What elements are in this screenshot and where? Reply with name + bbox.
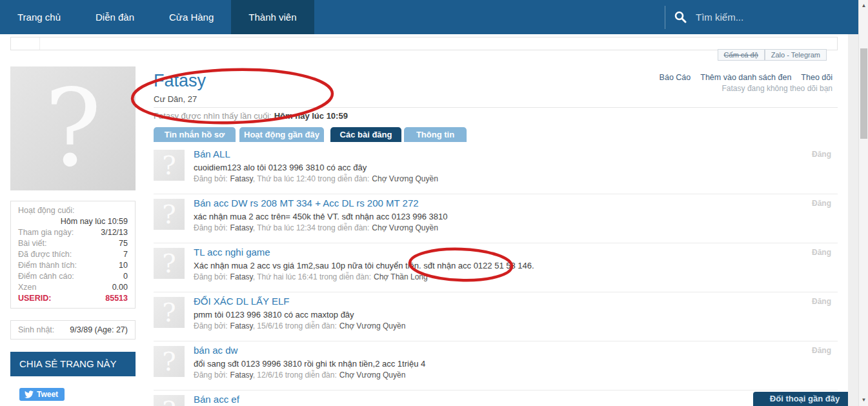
scrollbar-thumb[interactable] [860, 48, 867, 139]
post-forum-link[interactable]: Chợ Vương Quyền [339, 321, 406, 330]
scroll-up-icon[interactable]: ▲ [859, 1, 868, 10]
share-page-header: CHIA SẺ TRANG NÀY [10, 352, 136, 376]
stat-label: Xzen [18, 282, 37, 293]
post-author-avatar: ? [154, 248, 185, 279]
stat-value: 0 [123, 271, 128, 282]
page: Trang chủ Diễn đàn Cửa Hàng Thành viên C… [0, 0, 868, 406]
posts-list: ? Bán ALL cuoidiem123 alo tôi 0123 996 3… [154, 145, 838, 406]
stat-label: Đã được thích: [18, 249, 72, 260]
tab-profile-posts[interactable]: Tin nhắn hồ sơ [154, 127, 236, 142]
post-row: ? TL acc nghi game Xác nhận mua 2 acc vs… [154, 243, 838, 292]
stat-label: Điểm cảnh cáo: [18, 271, 74, 282]
profile-username: Fatasy [154, 71, 206, 91]
post-meta-text: , Thứ hai lúc 16:41 trong diễn đàn: [253, 272, 371, 281]
post-row: ? Bán ALL cuoidiem123 alo tôi 0123 996 3… [154, 145, 838, 194]
post-title-link[interactable]: Bán ALL [194, 148, 230, 159]
post-forum-link[interactable]: Chợ Vương Quyền [372, 174, 438, 183]
stats-box: Hoạt động cuối: Hôm nay lúc 10:59 Tham g… [10, 201, 136, 309]
post-type-label: Đăng [812, 248, 831, 257]
tab-information[interactable]: Thông tin [404, 127, 467, 142]
stat-last-activity: Hoạt động cuối: Hôm nay lúc 10:59 [18, 205, 128, 227]
post-author-avatar: ? [154, 346, 185, 377]
scrollbar[interactable]: ▲ ▼ [858, 0, 868, 406]
tweet-button[interactable]: Tweet [19, 388, 65, 401]
post-type-label: Đăng [812, 150, 831, 159]
post-author-link[interactable]: Fatasy [230, 223, 253, 232]
birthday-value: 9/3/89 (Age: 27) [70, 325, 128, 334]
nav-item-shop[interactable]: Cửa Hàng [152, 0, 231, 34]
stat-value: 3/12/13 [101, 227, 128, 238]
notice-strip [10, 37, 838, 50]
post-forum-link[interactable]: Chợ Vương Quyền [339, 370, 406, 380]
stat-messages: Bài viết: 75 [18, 238, 128, 249]
post-title-link[interactable]: Bán acc ef [194, 394, 239, 405]
nav-item-home[interactable]: Trang chủ [0, 0, 78, 34]
post-meta-text: , Thứ ba lúc 12:34 trong diễn đàn: [253, 223, 370, 232]
posted-by-label: Đăng bởi: [194, 223, 228, 232]
stat-label: Hoạt động cuối: [18, 205, 128, 216]
add-to-blacklist-link[interactable]: Thêm vào danh sách đen [700, 73, 791, 82]
stat-value: 10 [119, 260, 128, 271]
post-author-link[interactable]: Fatasy [230, 272, 253, 281]
search-input[interactable] [694, 11, 839, 23]
stat-joined: Tham gia ngày: 3/12/13 [18, 227, 128, 238]
profile-tabs: Tin nhắn hồ sơ Hoạt động gần đây Các bài… [154, 127, 467, 142]
post-byline: Đăng bởi:Fatasy, 12/6/16 trong diễn đàn:… [194, 370, 405, 380]
stat-label: USERID: [18, 293, 51, 304]
question-mark-placeholder: ? [162, 398, 176, 406]
birthday-label: Sinh nhật: [18, 325, 54, 334]
mini-tab-betting-ban[interactable]: Cấm cá độ [718, 49, 765, 61]
post-body: xác nhận mua 2 acc trên= 450k thẻ VT. sđ… [194, 212, 448, 221]
nav-item-forums[interactable]: Diễn đàn [78, 0, 152, 34]
post-author-link[interactable]: Fatasy [230, 321, 253, 330]
post-byline: Đăng bởi:Fatasy, Thứ ba lúc 12:40 trong … [194, 174, 438, 183]
post-author-avatar: ? [154, 395, 185, 406]
search-bar [665, 0, 839, 34]
post-row: ? Bán acc ef [154, 390, 838, 406]
follow-status: Fatasy đang không theo dõi bạn [722, 84, 833, 93]
post-forum-link[interactable]: Chợ Thần Long [374, 272, 428, 281]
birthday-box: Sinh nhật: 9/3/89 (Age: 27) [10, 320, 136, 340]
last-seen-value: Hôm nay lúc 10:59 [274, 111, 348, 121]
report-link[interactable]: Báo Cáo [660, 73, 691, 82]
tab-postings[interactable]: Các bài đăng [330, 127, 401, 142]
post-title-link[interactable]: Bán acc DW rs 208 MT 334 + Acc DL rs 200… [194, 198, 419, 208]
stat-label: Bài viết: [18, 238, 46, 249]
post-author-avatar: ? [154, 150, 185, 181]
stat-value: 0.00 [112, 282, 128, 293]
stat-trophy-points: Điểm thành tích: 10 [18, 260, 128, 271]
stat-warning-points: Điểm cảnh cáo: 0 [18, 271, 128, 282]
post-author-avatar: ? [154, 199, 185, 230]
nav-item-members[interactable]: Thành viên [231, 0, 314, 34]
post-title-link[interactable]: bán ac dw [194, 345, 237, 356]
question-mark-placeholder: ? [45, 76, 101, 182]
post-author-link[interactable]: Fatasy [230, 370, 253, 380]
post-title-link[interactable]: ĐỔI XÁC DL LẤY ELF [194, 296, 289, 307]
post-forum-link[interactable]: Chợ Vương Quyền [372, 223, 438, 232]
question-mark-placeholder: ? [162, 349, 176, 374]
post-author-link[interactable]: Fatasy [230, 174, 253, 183]
follow-link[interactable]: Theo dõi [801, 73, 833, 82]
question-mark-placeholder: ? [162, 299, 176, 325]
post-title-link[interactable]: TL acc nghi game [194, 247, 270, 258]
page-gutter [848, 34, 858, 406]
post-meta-text: , Thứ ba lúc 12:40 trong diễn đàn: [253, 174, 370, 183]
last-seen: Fatasy được nhìn thấy lần cuối:Hôm nay l… [154, 111, 348, 121]
tab-recent-activity[interactable]: Hoạt động gần đây [239, 127, 324, 142]
question-mark-placeholder: ? [162, 152, 176, 178]
post-type-label: Đăng [812, 199, 831, 208]
post-author-avatar: ? [154, 297, 185, 328]
nav-divider [665, 6, 665, 29]
post-byline: Đăng bởi:Fatasy, Thứ hai lúc 16:41 trong… [194, 272, 428, 281]
post-type-label: Đăng [812, 346, 831, 355]
scroll-down-icon[interactable]: ▼ [859, 396, 868, 405]
mini-tab-zalo-telegram[interactable]: Zalo - Telegram [765, 49, 827, 61]
recent-conversations-bar[interactable]: Đối thoại gần đây [753, 392, 856, 406]
stat-userid: USERID: 85513 [18, 293, 128, 304]
question-mark-placeholder: ? [162, 201, 176, 227]
posted-by-label: Đăng bởi: [194, 321, 228, 330]
post-byline: Đăng bởi:Fatasy, 15/6/16 trong diễn đàn:… [194, 321, 405, 330]
post-body: đổi sang sđt 0123 9996 3810 rồi ghi tk n… [194, 359, 425, 369]
stat-label: Tham gia ngày: [18, 227, 74, 238]
post-body: cuoidiem123 alo tôi 0123 996 3810 có acc… [194, 163, 367, 172]
